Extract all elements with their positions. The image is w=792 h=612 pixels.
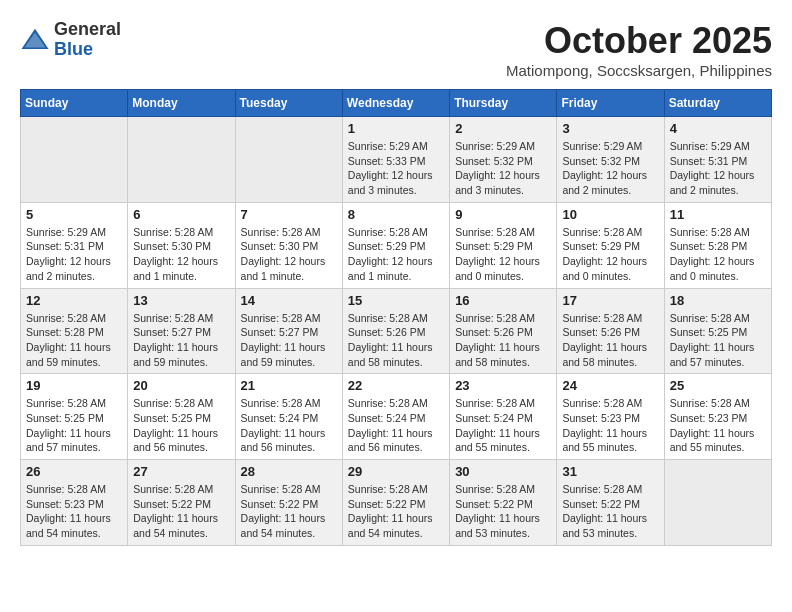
calendar-week-row: 26Sunrise: 5:28 AMSunset: 5:23 PMDayligh… <box>21 460 772 546</box>
day-number: 19 <box>26 378 122 393</box>
col-header-monday: Monday <box>128 90 235 117</box>
calendar-week-row: 1Sunrise: 5:29 AMSunset: 5:33 PMDaylight… <box>21 117 772 203</box>
calendar-cell: 31Sunrise: 5:28 AMSunset: 5:22 PMDayligh… <box>557 460 664 546</box>
day-info: Sunrise: 5:28 AMSunset: 5:22 PMDaylight:… <box>562 482 658 541</box>
day-info: Sunrise: 5:28 AMSunset: 5:25 PMDaylight:… <box>26 396 122 455</box>
calendar-cell: 24Sunrise: 5:28 AMSunset: 5:23 PMDayligh… <box>557 374 664 460</box>
day-number: 15 <box>348 293 444 308</box>
calendar-cell: 21Sunrise: 5:28 AMSunset: 5:24 PMDayligh… <box>235 374 342 460</box>
day-number: 13 <box>133 293 229 308</box>
day-info: Sunrise: 5:28 AMSunset: 5:25 PMDaylight:… <box>670 311 766 370</box>
calendar-week-row: 19Sunrise: 5:28 AMSunset: 5:25 PMDayligh… <box>21 374 772 460</box>
page-header: General Blue October 2025 Matiompong, So… <box>20 20 772 79</box>
calendar-cell: 3Sunrise: 5:29 AMSunset: 5:32 PMDaylight… <box>557 117 664 203</box>
day-info: Sunrise: 5:28 AMSunset: 5:30 PMDaylight:… <box>133 225 229 284</box>
day-number: 1 <box>348 121 444 136</box>
day-info: Sunrise: 5:28 AMSunset: 5:22 PMDaylight:… <box>133 482 229 541</box>
col-header-wednesday: Wednesday <box>342 90 449 117</box>
calendar-cell <box>21 117 128 203</box>
calendar-cell: 17Sunrise: 5:28 AMSunset: 5:26 PMDayligh… <box>557 288 664 374</box>
day-info: Sunrise: 5:29 AMSunset: 5:31 PMDaylight:… <box>26 225 122 284</box>
day-info: Sunrise: 5:28 AMSunset: 5:29 PMDaylight:… <box>348 225 444 284</box>
calendar-week-row: 5Sunrise: 5:29 AMSunset: 5:31 PMDaylight… <box>21 202 772 288</box>
calendar-cell: 2Sunrise: 5:29 AMSunset: 5:32 PMDaylight… <box>450 117 557 203</box>
day-number: 14 <box>241 293 337 308</box>
day-info: Sunrise: 5:28 AMSunset: 5:30 PMDaylight:… <box>241 225 337 284</box>
day-info: Sunrise: 5:28 AMSunset: 5:27 PMDaylight:… <box>133 311 229 370</box>
day-number: 24 <box>562 378 658 393</box>
day-info: Sunrise: 5:28 AMSunset: 5:26 PMDaylight:… <box>348 311 444 370</box>
day-info: Sunrise: 5:28 AMSunset: 5:29 PMDaylight:… <box>562 225 658 284</box>
calendar-cell <box>235 117 342 203</box>
calendar-cell: 4Sunrise: 5:29 AMSunset: 5:31 PMDaylight… <box>664 117 771 203</box>
calendar-cell: 29Sunrise: 5:28 AMSunset: 5:22 PMDayligh… <box>342 460 449 546</box>
calendar-cell: 22Sunrise: 5:28 AMSunset: 5:24 PMDayligh… <box>342 374 449 460</box>
day-number: 8 <box>348 207 444 222</box>
logo: General Blue <box>20 20 121 60</box>
calendar-cell: 23Sunrise: 5:28 AMSunset: 5:24 PMDayligh… <box>450 374 557 460</box>
col-header-sunday: Sunday <box>21 90 128 117</box>
logo-icon <box>20 25 50 55</box>
day-number: 6 <box>133 207 229 222</box>
day-number: 23 <box>455 378 551 393</box>
day-info: Sunrise: 5:29 AMSunset: 5:33 PMDaylight:… <box>348 139 444 198</box>
day-number: 10 <box>562 207 658 222</box>
day-number: 3 <box>562 121 658 136</box>
location-title: Matiompong, Soccsksargen, Philippines <box>506 62 772 79</box>
calendar-cell: 19Sunrise: 5:28 AMSunset: 5:25 PMDayligh… <box>21 374 128 460</box>
calendar-header-row: SundayMondayTuesdayWednesdayThursdayFrid… <box>21 90 772 117</box>
day-number: 28 <box>241 464 337 479</box>
day-info: Sunrise: 5:28 AMSunset: 5:29 PMDaylight:… <box>455 225 551 284</box>
day-number: 16 <box>455 293 551 308</box>
day-number: 7 <box>241 207 337 222</box>
calendar-cell: 13Sunrise: 5:28 AMSunset: 5:27 PMDayligh… <box>128 288 235 374</box>
day-number: 31 <box>562 464 658 479</box>
day-info: Sunrise: 5:28 AMSunset: 5:25 PMDaylight:… <box>133 396 229 455</box>
calendar-cell: 6Sunrise: 5:28 AMSunset: 5:30 PMDaylight… <box>128 202 235 288</box>
day-number: 26 <box>26 464 122 479</box>
calendar-cell <box>128 117 235 203</box>
day-info: Sunrise: 5:28 AMSunset: 5:23 PMDaylight:… <box>562 396 658 455</box>
day-number: 30 <box>455 464 551 479</box>
calendar-cell: 14Sunrise: 5:28 AMSunset: 5:27 PMDayligh… <box>235 288 342 374</box>
day-info: Sunrise: 5:29 AMSunset: 5:31 PMDaylight:… <box>670 139 766 198</box>
day-number: 17 <box>562 293 658 308</box>
day-number: 25 <box>670 378 766 393</box>
day-info: Sunrise: 5:28 AMSunset: 5:26 PMDaylight:… <box>455 311 551 370</box>
calendar-cell: 25Sunrise: 5:28 AMSunset: 5:23 PMDayligh… <box>664 374 771 460</box>
day-number: 29 <box>348 464 444 479</box>
day-info: Sunrise: 5:28 AMSunset: 5:24 PMDaylight:… <box>455 396 551 455</box>
calendar-cell: 16Sunrise: 5:28 AMSunset: 5:26 PMDayligh… <box>450 288 557 374</box>
calendar-cell: 30Sunrise: 5:28 AMSunset: 5:22 PMDayligh… <box>450 460 557 546</box>
calendar: SundayMondayTuesdayWednesdayThursdayFrid… <box>20 89 772 546</box>
day-info: Sunrise: 5:28 AMSunset: 5:22 PMDaylight:… <box>348 482 444 541</box>
calendar-cell: 1Sunrise: 5:29 AMSunset: 5:33 PMDaylight… <box>342 117 449 203</box>
day-info: Sunrise: 5:28 AMSunset: 5:22 PMDaylight:… <box>241 482 337 541</box>
calendar-cell: 11Sunrise: 5:28 AMSunset: 5:28 PMDayligh… <box>664 202 771 288</box>
calendar-cell: 28Sunrise: 5:28 AMSunset: 5:22 PMDayligh… <box>235 460 342 546</box>
day-info: Sunrise: 5:29 AMSunset: 5:32 PMDaylight:… <box>562 139 658 198</box>
calendar-cell: 9Sunrise: 5:28 AMSunset: 5:29 PMDaylight… <box>450 202 557 288</box>
calendar-cell: 10Sunrise: 5:28 AMSunset: 5:29 PMDayligh… <box>557 202 664 288</box>
day-info: Sunrise: 5:29 AMSunset: 5:32 PMDaylight:… <box>455 139 551 198</box>
day-number: 22 <box>348 378 444 393</box>
logo-blue: Blue <box>54 40 121 60</box>
calendar-cell: 27Sunrise: 5:28 AMSunset: 5:22 PMDayligh… <box>128 460 235 546</box>
month-title: October 2025 <box>506 20 772 62</box>
day-info: Sunrise: 5:28 AMSunset: 5:28 PMDaylight:… <box>26 311 122 370</box>
day-number: 5 <box>26 207 122 222</box>
day-info: Sunrise: 5:28 AMSunset: 5:28 PMDaylight:… <box>670 225 766 284</box>
calendar-cell: 20Sunrise: 5:28 AMSunset: 5:25 PMDayligh… <box>128 374 235 460</box>
calendar-cell: 26Sunrise: 5:28 AMSunset: 5:23 PMDayligh… <box>21 460 128 546</box>
calendar-cell: 5Sunrise: 5:29 AMSunset: 5:31 PMDaylight… <box>21 202 128 288</box>
logo-general: General <box>54 20 121 40</box>
day-info: Sunrise: 5:28 AMSunset: 5:27 PMDaylight:… <box>241 311 337 370</box>
day-info: Sunrise: 5:28 AMSunset: 5:26 PMDaylight:… <box>562 311 658 370</box>
calendar-cell: 7Sunrise: 5:28 AMSunset: 5:30 PMDaylight… <box>235 202 342 288</box>
day-info: Sunrise: 5:28 AMSunset: 5:23 PMDaylight:… <box>26 482 122 541</box>
calendar-cell: 12Sunrise: 5:28 AMSunset: 5:28 PMDayligh… <box>21 288 128 374</box>
col-header-friday: Friday <box>557 90 664 117</box>
calendar-cell: 8Sunrise: 5:28 AMSunset: 5:29 PMDaylight… <box>342 202 449 288</box>
calendar-cell: 18Sunrise: 5:28 AMSunset: 5:25 PMDayligh… <box>664 288 771 374</box>
day-number: 12 <box>26 293 122 308</box>
